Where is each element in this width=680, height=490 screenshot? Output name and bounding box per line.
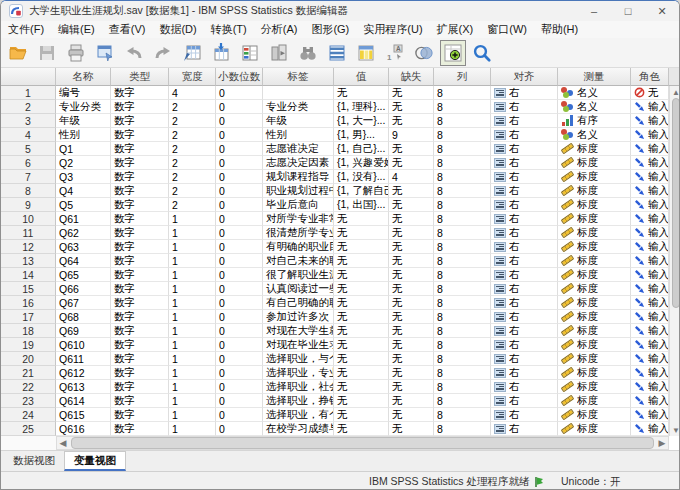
cell-align[interactable]: 右 (491, 408, 558, 422)
cell-role[interactable]: 输入 (631, 212, 669, 226)
cell-missing[interactable]: 无 (389, 212, 434, 226)
cell-name[interactable]: Q69 (56, 324, 111, 338)
cell-values[interactable]: {1, 出国}... (334, 198, 389, 212)
cell-name[interactable]: Q3 (56, 170, 111, 184)
cell-measure[interactable]: 标度 (558, 198, 631, 212)
cell-measure[interactable]: 名义 (558, 86, 631, 100)
cell-decimals[interactable]: 0 (216, 324, 263, 338)
cell-align[interactable]: 右 (491, 142, 558, 156)
cell-type[interactable]: 数字 (111, 100, 169, 114)
cell-values[interactable]: 无 (334, 338, 389, 352)
cell-width[interactable]: 4 (169, 86, 216, 100)
cell-measure[interactable]: 标度 (558, 352, 631, 366)
cell-label[interactable]: 对所学专业非常... (263, 212, 334, 226)
menu-view[interactable]: 查看(V) (102, 22, 153, 37)
cell-align[interactable]: 右 (491, 114, 558, 128)
cell-values[interactable]: 无 (334, 212, 389, 226)
cell-role[interactable]: 输入 (631, 240, 669, 254)
cell-columns[interactable]: 8 (434, 422, 491, 436)
recall-dialogs-icon[interactable] (92, 40, 118, 66)
cell-width[interactable]: 2 (169, 142, 216, 156)
cell-measure[interactable]: 标度 (558, 254, 631, 268)
cell-role[interactable]: 输入 (631, 114, 669, 128)
cell-values[interactable]: {1, 大一}... (334, 114, 389, 128)
row-number[interactable]: 17 (1, 310, 56, 324)
row-number[interactable]: 20 (1, 352, 56, 366)
cell-decimals[interactable]: 0 (216, 338, 263, 352)
cell-role[interactable]: 输入 (631, 394, 669, 408)
cell-decimals[interactable]: 0 (216, 394, 263, 408)
cell-width[interactable]: 1 (169, 310, 216, 324)
value-labels-icon[interactable] (440, 40, 466, 66)
scroll-up-arrow[interactable]: ▲ (671, 87, 680, 97)
insert-cases-icon[interactable] (324, 40, 350, 66)
horizontal-scrollbar[interactable]: ◀ ▶ (56, 436, 669, 450)
cell-values[interactable]: 无 (334, 254, 389, 268)
cell-role[interactable]: 输入 (631, 268, 669, 282)
column-header-name[interactable]: 名称 (56, 68, 111, 86)
find-icon[interactable] (295, 40, 321, 66)
cell-columns[interactable]: 8 (434, 254, 491, 268)
cell-missing[interactable]: 无 (389, 310, 434, 324)
cell-label[interactable] (263, 86, 334, 100)
cell-label[interactable]: 专业分类 (263, 100, 334, 114)
cell-align[interactable]: 右 (491, 198, 558, 212)
cell-type[interactable]: 数字 (111, 128, 169, 142)
cell-measure[interactable]: 标度 (558, 212, 631, 226)
cell-measure[interactable]: 标度 (558, 296, 631, 310)
vertical-scroll-thumb[interactable] (672, 98, 680, 308)
row-number[interactable]: 14 (1, 268, 56, 282)
row-number[interactable]: 8 (1, 184, 56, 198)
cell-missing[interactable]: 无 (389, 268, 434, 282)
cell-name[interactable]: Q615 (56, 408, 111, 422)
row-number[interactable]: 3 (1, 114, 56, 128)
cell-decimals[interactable]: 0 (216, 128, 263, 142)
cell-name[interactable]: Q4 (56, 184, 111, 198)
cell-width[interactable]: 1 (169, 352, 216, 366)
column-header-role[interactable]: 角色 (631, 68, 669, 86)
menu-edit[interactable]: 编辑(E) (51, 22, 102, 37)
cell-width[interactable]: 2 (169, 100, 216, 114)
row-number[interactable]: 10 (1, 212, 56, 226)
cell-role[interactable]: 输入 (631, 142, 669, 156)
column-header-align[interactable]: 对齐 (491, 68, 558, 86)
cell-role[interactable]: 输入 (631, 282, 669, 296)
cell-missing[interactable]: 无 (389, 156, 434, 170)
row-number[interactable]: 18 (1, 324, 56, 338)
cell-decimals[interactable]: 0 (216, 100, 263, 114)
print-icon[interactable] (63, 40, 89, 66)
cell-align[interactable]: 右 (491, 170, 558, 184)
cell-role[interactable]: 输入 (631, 156, 669, 170)
cell-measure[interactable]: 标度 (558, 366, 631, 380)
cell-values[interactable]: 无 (334, 408, 389, 422)
cell-missing[interactable]: 4 (389, 170, 434, 184)
cell-values[interactable]: 无 (334, 240, 389, 254)
cell-width[interactable]: 2 (169, 170, 216, 184)
cell-columns[interactable]: 8 (434, 268, 491, 282)
menu-window[interactable]: 窗口(W) (480, 22, 534, 37)
menu-analyze[interactable]: 分析(A) (254, 22, 305, 37)
cell-measure[interactable]: 标度 (558, 156, 631, 170)
cell-type[interactable]: 数字 (111, 366, 169, 380)
cell-columns[interactable]: 8 (434, 282, 491, 296)
cell-name[interactable]: Q63 (56, 240, 111, 254)
cell-width[interactable]: 1 (169, 254, 216, 268)
cell-missing[interactable]: 无 (389, 100, 434, 114)
cell-columns[interactable]: 8 (434, 338, 491, 352)
cell-missing[interactable]: 无 (389, 184, 434, 198)
cell-label[interactable]: 有自己明确的职... (263, 296, 334, 310)
cell-measure[interactable]: 标度 (558, 394, 631, 408)
cell-align[interactable]: 右 (491, 268, 558, 282)
row-number[interactable]: 21 (1, 366, 56, 380)
cell-type[interactable]: 数字 (111, 352, 169, 366)
cell-missing[interactable]: 无 (389, 296, 434, 310)
cell-align[interactable]: 右 (491, 366, 558, 380)
cell-label[interactable]: 对现在大学生就... (263, 324, 334, 338)
cell-values[interactable]: 无 (334, 366, 389, 380)
open-data-icon[interactable] (5, 40, 31, 66)
cell-decimals[interactable]: 0 (216, 240, 263, 254)
cell-missing[interactable]: 无 (389, 142, 434, 156)
cell-label[interactable]: 志愿决定因素 (263, 156, 334, 170)
cell-type[interactable]: 数字 (111, 296, 169, 310)
cell-columns[interactable]: 8 (434, 170, 491, 184)
